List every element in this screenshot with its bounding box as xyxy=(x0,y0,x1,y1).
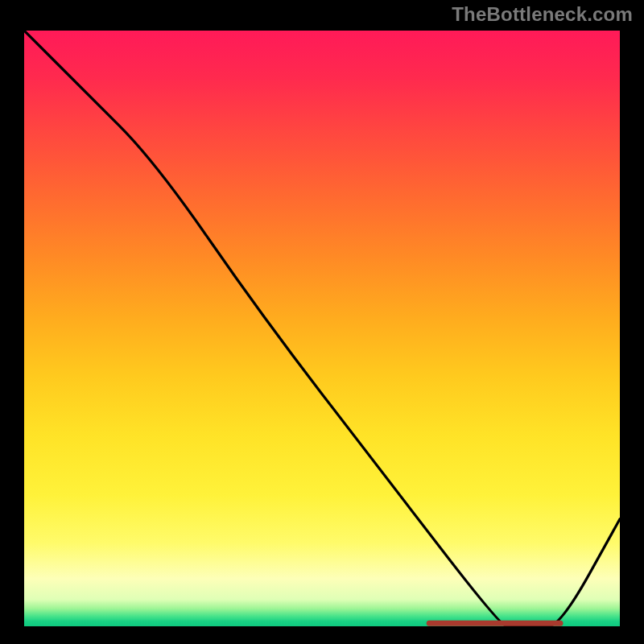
chart-container: TheBottleneck.com xyxy=(0,0,644,644)
plot-area xyxy=(24,31,620,626)
watermark-label: TheBottleneck.com xyxy=(452,3,633,26)
